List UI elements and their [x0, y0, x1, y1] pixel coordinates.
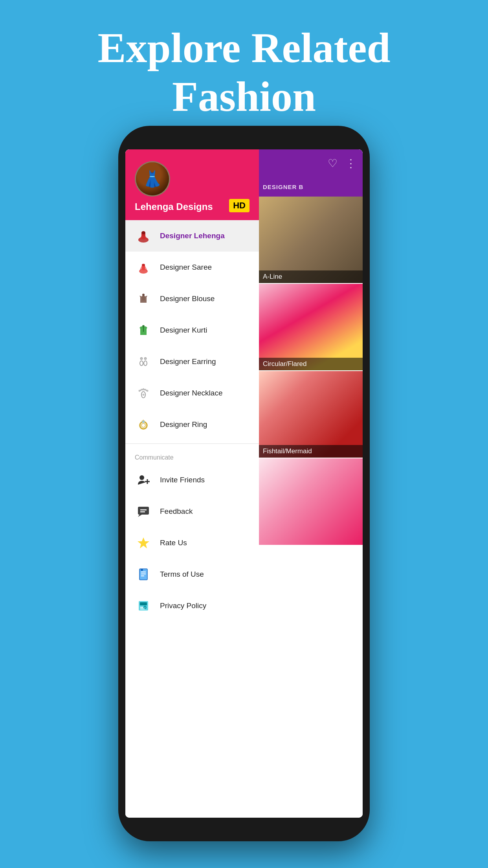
content-item-label-aline: A-Line: [259, 270, 363, 283]
svg-point-10: [140, 361, 143, 366]
avatar: [135, 161, 170, 197]
drawer-header: Lehenga Designs HD: [125, 149, 259, 220]
svg-point-11: [144, 357, 147, 360]
sidebar-item-label-designer-blouse: Designer Blouse: [160, 294, 215, 303]
svg-point-12: [144, 361, 147, 366]
hd-badge: HD: [229, 199, 250, 212]
svg-rect-39: [140, 602, 147, 605]
sidebar-item-designer-ring[interactable]: Designer Ring: [125, 409, 259, 440]
phone-frame: Lehenga Designs HD Designer Lehen: [118, 126, 370, 841]
chat-icon: [135, 503, 152, 520]
svg-point-13: [139, 390, 141, 392]
svg-point-19: [143, 394, 145, 396]
svg-point-5: [142, 264, 145, 266]
sidebar-item-privacy-policy[interactable]: P Privacy Policy: [125, 590, 259, 622]
content-item-label-fishtail-mermaid: Fishtail/Mermaid: [259, 445, 363, 458]
content-topbar: ♡ ⋮: [259, 149, 363, 177]
heart-icon[interactable]: ♡: [328, 157, 338, 170]
content-area: ♡ ⋮ DESIGNER B A-Line Circular/Flared: [259, 149, 363, 818]
svg-point-9: [140, 357, 143, 360]
lehenga-icon: [135, 227, 152, 245]
content-item-circular-flared[interactable]: Circular/Flared: [259, 284, 363, 370]
svg-point-17: [147, 390, 149, 392]
sidebar-item-feedback[interactable]: Feedback: [125, 496, 259, 527]
sidebar-item-terms-of-use[interactable]: Terms of Use: [125, 559, 259, 590]
sidebar-item-label-terms-of-use: Terms of Use: [160, 570, 204, 579]
more-options-icon[interactable]: ⋮: [345, 157, 356, 170]
sidebar-item-label-designer-kurti: Designer Kurti: [160, 326, 207, 335]
sidebar-item-label-feedback: Feedback: [160, 507, 193, 516]
svg-point-14: [141, 389, 142, 390]
privacy-icon: P: [135, 597, 152, 614]
hero-title: Explore Related Fashion: [0, 0, 488, 137]
sidebar-item-designer-lehenga[interactable]: Designer Lehenga: [125, 220, 259, 252]
sidebar-item-label-designer-saree: Designer Saree: [160, 263, 212, 272]
sidebar-item-designer-kurti[interactable]: Designer Kurti: [125, 314, 259, 346]
person-add-icon: [135, 471, 152, 489]
svg-point-24: [139, 475, 144, 480]
drawer-items-list: Designer Lehenga Designer Saree: [125, 220, 259, 818]
sidebar-item-designer-saree[interactable]: Designer Saree: [125, 252, 259, 283]
designer-b-label: DESIGNER B: [263, 184, 303, 190]
sidebar-item-label-designer-earring: Designer Earring: [160, 357, 216, 366]
sidebar-item-label-privacy-policy: Privacy Policy: [160, 601, 206, 610]
communicate-section-header: Communicate: [125, 447, 259, 464]
svg-marker-28: [138, 515, 142, 517]
svg-point-16: [145, 389, 146, 390]
sidebar-item-label-designer-lehenga: Designer Lehenga: [160, 232, 225, 240]
ring-icon: [135, 416, 152, 433]
svg-rect-37: [141, 569, 143, 571]
saree-icon: [135, 259, 152, 276]
content-item-lehenga4[interactable]: [259, 458, 363, 545]
sidebar-item-label-invite-friends: Invite Friends: [160, 476, 205, 484]
content-items-list: A-Line Circular/Flared Fishtail/Mermaid: [259, 197, 363, 546]
content-item-aline[interactable]: A-Line: [259, 197, 363, 283]
sidebar-item-designer-blouse[interactable]: Designer Blouse: [125, 283, 259, 314]
svg-marker-31: [138, 537, 149, 548]
sidebar-item-label-designer-ring: Designer Ring: [160, 420, 207, 429]
svg-point-23: [142, 421, 145, 423]
sidebar-item-invite-friends[interactable]: Invite Friends: [125, 464, 259, 496]
kurti-icon: [135, 322, 152, 339]
content-item-fishtail-mermaid[interactable]: Fishtail/Mermaid: [259, 371, 363, 458]
sidebar-item-designer-necklace[interactable]: Designer Necklace: [125, 377, 259, 409]
blouse-icon: [135, 290, 152, 307]
svg-point-15: [143, 388, 145, 390]
phone-screen: Lehenga Designs HD Designer Lehen: [125, 149, 363, 818]
navigation-drawer: Lehenga Designs HD Designer Lehen: [125, 149, 259, 818]
svg-point-21: [141, 423, 145, 427]
terms-icon: [135, 566, 152, 583]
svg-point-2: [141, 231, 145, 234]
star-icon: [135, 534, 152, 552]
necklace-icon: [135, 384, 152, 402]
earring-icon: [135, 353, 152, 370]
sidebar-item-designer-earring[interactable]: Designer Earring: [125, 346, 259, 377]
content-item-label-circular-flared: Circular/Flared: [259, 358, 363, 370]
sidebar-item-rate-us[interactable]: Rate Us: [125, 527, 259, 559]
svg-rect-27: [138, 507, 149, 515]
drawer-divider: [125, 443, 259, 444]
svg-text:P: P: [144, 607, 146, 609]
svg-point-7: [142, 325, 145, 327]
sidebar-item-label-rate-us: Rate Us: [160, 539, 187, 547]
sidebar-item-label-designer-necklace: Designer Necklace: [160, 389, 222, 397]
